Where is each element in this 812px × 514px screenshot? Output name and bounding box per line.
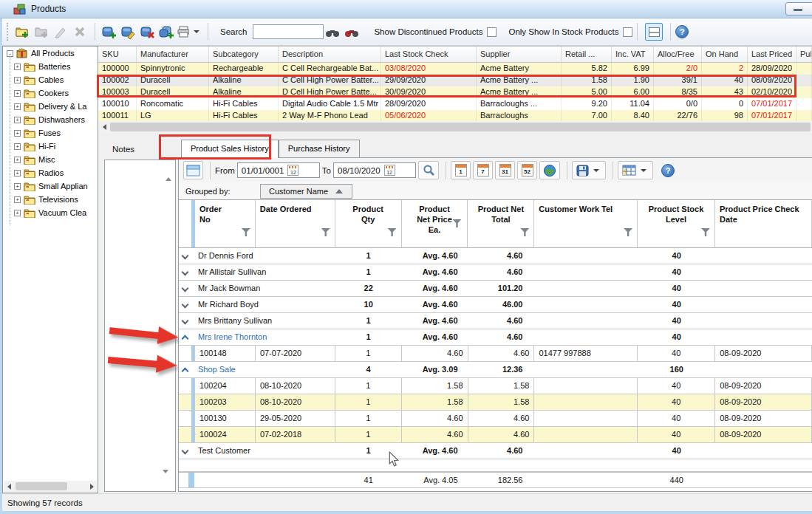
expand-chevron-icon[interactable] (182, 285, 189, 292)
column-header-last_stock_check[interactable]: Last Stock Check (381, 47, 477, 62)
column-header-price[interactable]: Product Net Price Ea. (402, 200, 468, 247)
copy-product-button[interactable] (33, 22, 50, 41)
column-header-supplier[interactable]: Supplier (477, 47, 562, 62)
scrollbar-thumb[interactable] (16, 482, 67, 490)
calendar-popup-button[interactable] (183, 161, 203, 179)
expand-icon[interactable]: + (14, 64, 21, 70)
scroll-left-icon[interactable] (4, 481, 14, 492)
column-header-total[interactable]: Product Net Total (468, 200, 534, 247)
column-header-qty[interactable]: Product Qty (335, 200, 402, 247)
collapse-chevron-icon[interactable] (182, 368, 189, 375)
group-row-mr-richard-boyd[interactable]: Mr Richard Boyd10Avg. 4.6046.0040 (179, 297, 812, 313)
tree-item-cookers[interactable]: +Cookers (3, 86, 98, 100)
tree-item-small-applian[interactable]: +Small Applian (3, 179, 98, 193)
edit-product-button[interactable] (52, 22, 69, 41)
expand-icon[interactable]: + (14, 170, 21, 177)
group-expander[interactable] (179, 297, 195, 312)
expand-chevron-icon[interactable] (182, 448, 189, 455)
apply-filter-search-button[interactable] (418, 161, 439, 179)
group-row-shop-sale[interactable]: Shop Sale4Avg. 3.0912.36160 (179, 362, 812, 378)
group-row-mrs-brittany-sullivan[interactable]: Mrs Brittany Sullivan1Avg. 4.604.6040 (179, 313, 812, 329)
column-header-inc_vat[interactable]: Inc. VAT (612, 47, 654, 62)
group-row-dr-dennis-ford[interactable]: Dr Dennis Ford1Avg. 4.604.6040 (179, 248, 812, 264)
expand-icon[interactable]: + (14, 103, 21, 110)
filter-funnel-icon[interactable] (388, 228, 397, 236)
period-week-button[interactable]: 7 (473, 161, 493, 179)
minimize-button[interactable] (785, 2, 812, 16)
expand-icon[interactable]: + (14, 143, 21, 150)
tree-item-cables[interactable]: +Cables (3, 73, 98, 86)
tree-item-batteries[interactable]: +Batteries (3, 60, 98, 73)
column-header-on_hand[interactable]: On Hand (702, 47, 748, 62)
products-grid-scrollbar[interactable] (98, 121, 812, 133)
period-year-button[interactable]: 52 (517, 161, 537, 179)
collapse-chevron-icon[interactable] (182, 335, 189, 343)
group-expander[interactable] (179, 362, 195, 377)
filter-funnel-icon[interactable] (520, 228, 529, 236)
to-date-input[interactable]: 08/10/2020 12 (333, 162, 416, 178)
group-expander[interactable] (179, 443, 195, 459)
print-button[interactable] (177, 22, 202, 41)
expand-icon[interactable]: + (14, 196, 21, 203)
tree-horizontal-scrollbar[interactable] (4, 481, 97, 492)
group-expander[interactable] (179, 248, 195, 264)
column-header-subcategory[interactable]: Subcategory (209, 47, 279, 62)
add-product-button[interactable] (13, 22, 31, 41)
tree-item-radios[interactable]: +Radios (3, 166, 98, 179)
scroll-up-icon[interactable] (166, 165, 171, 178)
group-expander[interactable] (179, 264, 195, 280)
column-header-check_date[interactable]: Product Price Check Date (715, 200, 812, 247)
filter-funnel-icon[interactable] (452, 219, 461, 227)
tab-purchase-history[interactable]: Purchase History (279, 140, 360, 157)
scrollbar-thumb[interactable] (110, 123, 811, 131)
column-chooser-button[interactable] (618, 161, 653, 179)
column-header-date_ordered[interactable]: Date Ordered (256, 200, 335, 247)
find-button[interactable] (324, 22, 341, 41)
group-expander[interactable] (179, 313, 195, 329)
expand-icon[interactable]: + (14, 130, 21, 137)
tree-item-dishwashers[interactable]: +Dishwashers (3, 113, 98, 126)
search-input[interactable] (253, 24, 324, 39)
product-row-100000[interactable]: 100000SpinnytronicRechargeableC Cell Rec… (98, 63, 812, 75)
group-by-field-button[interactable]: Customer Name (260, 184, 352, 199)
calendar-picker-icon[interactable]: 12 (287, 165, 298, 176)
column-header-last_priced[interactable]: Last Priced (748, 47, 796, 62)
print-dropdown-caret[interactable] (194, 30, 199, 33)
from-date-input[interactable]: 01/01/0001 12 (237, 162, 320, 178)
period-day-button[interactable]: 1 (451, 161, 471, 179)
tree-item-vacuum-clea[interactable]: +Vacuum Clea (3, 206, 98, 219)
export-save-button[interactable] (572, 161, 606, 179)
column-header-sku[interactable]: SKU (98, 47, 137, 62)
expand-icon[interactable]: + (14, 210, 21, 216)
tree-item-delivery-la[interactable]: +Delivery & La (3, 100, 98, 113)
column-header-stock[interactable]: Product Stock Level (638, 200, 715, 247)
expand-icon[interactable]: + (14, 157, 21, 163)
db-delete-button[interactable] (138, 22, 156, 41)
group-expander[interactable] (179, 281, 195, 296)
collapse-icon[interactable]: - (7, 50, 13, 57)
expand-chevron-icon[interactable] (182, 253, 189, 260)
filter-funnel-icon[interactable] (624, 228, 632, 236)
scroll-left-icon[interactable] (98, 124, 110, 130)
save-dropdown-caret[interactable] (593, 169, 599, 172)
split-view-toggle[interactable] (645, 23, 663, 41)
filter-funnel-icon[interactable] (701, 228, 710, 236)
column-header-description[interactable]: Description (279, 47, 381, 62)
show-discontinued-checkbox[interactable] (487, 27, 497, 37)
expand-icon[interactable]: + (14, 77, 21, 83)
expand-chevron-icon[interactable] (182, 269, 189, 276)
group-row-mr-allistair-sullivan[interactable]: Mr Allistair Sullivan1Avg. 4.604.6040 (179, 264, 812, 281)
column-header-retail[interactable]: Retail ... (562, 47, 612, 62)
order-row-100130[interactable]: 10013029-05-202014.604.604008-09-2020 (179, 411, 812, 427)
all-dates-button[interactable] (539, 161, 560, 179)
period-month-button[interactable]: 31 (495, 161, 515, 179)
column-header-manufacturer[interactable]: Manufacturer (137, 47, 209, 62)
order-row-100024[interactable]: 10002407-02-201814.604.604008-09-2020 (179, 427, 812, 443)
tree-item-all-products[interactable]: - All Products (3, 47, 98, 60)
only-in-stock-checkbox[interactable] (623, 27, 632, 37)
delete-product-button[interactable] (71, 22, 89, 41)
expand-chevron-icon[interactable] (182, 318, 189, 325)
group-row-mr-jack-bowman[interactable]: Mr Jack Bowman22Avg. 4.60101.2040 (179, 281, 812, 297)
tree-item-hi-fi[interactable]: +Hi-Fi (3, 140, 98, 153)
tree-item-misc[interactable]: +Misc (3, 153, 98, 166)
